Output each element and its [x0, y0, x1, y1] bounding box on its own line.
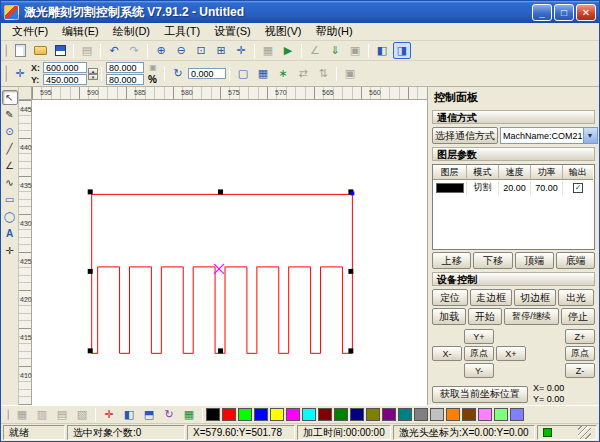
laser-fire-button[interactable]: 出光: [558, 289, 594, 306]
close-button[interactable]: ✕: [576, 4, 596, 21]
jog-x-plus-button[interactable]: X+: [496, 346, 526, 361]
color-swatch[interactable]: [206, 408, 220, 421]
align-left-icon[interactable]: ◧: [120, 406, 138, 423]
stop-button[interactable]: 停止: [561, 308, 595, 325]
position-anchor-icon[interactable]: ✛: [11, 65, 29, 82]
jog-x-minus-button[interactable]: X-: [432, 346, 462, 361]
print-icon[interactable]: ▤: [78, 42, 96, 59]
selection-handle[interactable]: [88, 269, 93, 274]
menu-file[interactable]: 文件(F): [5, 22, 55, 41]
mirror-horizontal-icon[interactable]: ⇄: [294, 65, 312, 82]
jog-y-minus-button[interactable]: Y-: [464, 363, 494, 378]
start-node-marker[interactable]: [350, 191, 354, 195]
zoom-out-icon[interactable]: ⊖: [172, 42, 190, 59]
layer-color-swatch[interactable]: [436, 183, 464, 193]
array-copy-icon[interactable]: ▦: [254, 65, 272, 82]
menu-help[interactable]: 帮助(H): [308, 22, 359, 41]
curve-tool[interactable]: ∿: [2, 175, 18, 190]
start-button[interactable]: 开始: [468, 308, 502, 325]
menu-edit[interactable]: 编辑(E): [55, 22, 106, 41]
grid-icon[interactable]: ▦: [259, 42, 277, 59]
color-swatch[interactable]: [334, 408, 348, 421]
color-swatch[interactable]: [430, 408, 444, 421]
locate-button[interactable]: 定位: [432, 289, 468, 306]
panel-right-toggle-icon[interactable]: ◨: [393, 42, 411, 59]
menu-view[interactable]: 视图(V): [258, 22, 309, 41]
download-to-machine-icon[interactable]: ⇓: [326, 42, 344, 59]
toolbar-grip[interactable]: [4, 44, 7, 57]
width-scale-field[interactable]: 80.000: [106, 62, 144, 73]
pause-resume-button[interactable]: 暂停/继续: [504, 308, 560, 325]
color-swatch[interactable]: [254, 408, 268, 421]
color-swatch[interactable]: [366, 408, 380, 421]
panel-left-toggle-icon[interactable]: ◧: [373, 42, 391, 59]
measure-icon[interactable]: ∠: [306, 42, 324, 59]
rotate-90-icon[interactable]: ↻: [160, 406, 178, 423]
y-position-field[interactable]: 450.000: [43, 74, 87, 85]
move-bottom-button[interactable]: 底端: [556, 252, 595, 269]
mirror-vertical-icon[interactable]: ⇅: [314, 65, 332, 82]
layer-row[interactable]: 切割 20.00 70.00 ✓: [433, 180, 594, 195]
device-manager-icon[interactable]: ▣: [346, 42, 364, 59]
color-swatch[interactable]: [382, 408, 396, 421]
color-swatch[interactable]: [318, 408, 332, 421]
color-swatch[interactable]: [222, 408, 236, 421]
new-document-icon[interactable]: [11, 42, 29, 59]
selection-handle[interactable]: [88, 189, 93, 194]
move-down-button[interactable]: 下移: [473, 252, 512, 269]
pan-icon[interactable]: ✛: [232, 42, 250, 59]
open-file-icon[interactable]: [31, 42, 49, 59]
color-swatch[interactable]: [510, 408, 524, 421]
height-scale-field[interactable]: 80.000: [106, 74, 144, 85]
menu-draw[interactable]: 绘制(D): [106, 22, 157, 41]
move-top-button[interactable]: 顶端: [515, 252, 554, 269]
zoom-fit-icon[interactable]: ⊞: [212, 42, 230, 59]
zoom-window-icon[interactable]: ⊡: [192, 42, 210, 59]
zoom-in-icon[interactable]: ⊕: [152, 42, 170, 59]
nest-icon[interactable]: ∗: [274, 65, 292, 82]
color-swatch[interactable]: [270, 408, 284, 421]
color-swatch[interactable]: [478, 408, 492, 421]
chevron-down-icon[interactable]: ▼: [583, 128, 597, 143]
menu-tools[interactable]: 工具(T): [157, 22, 207, 41]
selection-handle[interactable]: [348, 348, 353, 353]
redo-icon[interactable]: ↷: [125, 42, 143, 59]
move-up-button[interactable]: 上移: [432, 252, 471, 269]
origin-cross-icon[interactable]: ✛: [100, 406, 118, 423]
jog-z-minus-button[interactable]: Z-: [565, 363, 595, 378]
layer-output-checkbox[interactable]: ✓: [573, 183, 583, 193]
rectangle-tool[interactable]: ▭: [2, 192, 18, 207]
get-position-button[interactable]: 获取当前坐标位置: [432, 386, 528, 403]
line-tool[interactable]: ╱: [2, 141, 18, 156]
color-swatch[interactable]: [446, 408, 460, 421]
align-top-icon[interactable]: ⬒: [140, 406, 158, 423]
selection-handle[interactable]: [348, 269, 353, 274]
array-icon[interactable]: ▦: [180, 406, 198, 423]
zoom-tool[interactable]: ⊙: [2, 124, 18, 139]
minimize-button[interactable]: _: [532, 4, 552, 21]
color-swatch[interactable]: [286, 408, 300, 421]
drawing-canvas[interactable]: [32, 100, 427, 405]
color-swatch[interactable]: [414, 408, 428, 421]
jog-y-plus-button[interactable]: Y+: [464, 329, 494, 344]
jog-z-plus-button[interactable]: Z+: [565, 329, 595, 344]
rotate-angle-field[interactable]: 0.000: [188, 68, 226, 79]
lock-ratio-icon[interactable]: ▣: [147, 63, 159, 73]
laser-point-tool[interactable]: ✛: [2, 243, 18, 258]
color-swatch[interactable]: [238, 408, 252, 421]
selected-shape[interactable]: [92, 194, 353, 353]
snap-grid-icon[interactable]: ▥: [33, 406, 51, 423]
show-grid-icon[interactable]: ▦: [13, 406, 31, 423]
cut-frame-button[interactable]: 切边框: [514, 289, 556, 306]
undo-icon[interactable]: ↶: [105, 42, 123, 59]
trace-frame-button[interactable]: 走边框: [470, 289, 512, 306]
menu-settings[interactable]: 设置(S): [207, 22, 258, 41]
polyline-tool[interactable]: ∠: [2, 158, 18, 173]
color-swatch[interactable]: [494, 408, 508, 421]
selection-handle[interactable]: [218, 189, 223, 194]
text-tool[interactable]: A: [2, 226, 18, 241]
machine-combo[interactable]: MachName:COM21 ▼: [500, 127, 598, 144]
spinner-down-icon[interactable]: ▾: [88, 74, 98, 80]
simulate-icon[interactable]: ▶: [279, 42, 297, 59]
node-edit-tool[interactable]: ✎: [2, 107, 18, 122]
